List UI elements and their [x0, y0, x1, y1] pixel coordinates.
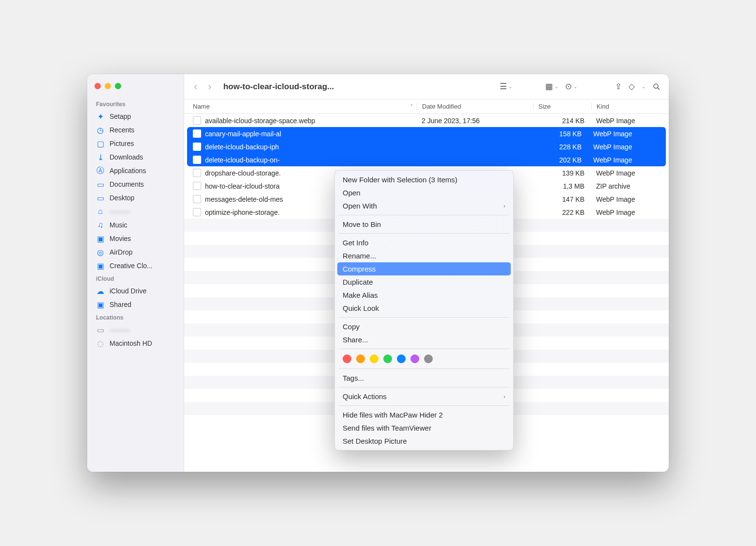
sidebar-item[interactable]: ▣Creative Clo... — [87, 259, 184, 273]
menu-item[interactable]: Make Alias — [335, 289, 513, 302]
file-size: 202 KB — [530, 156, 588, 164]
menu-item[interactable]: Quick Actions› — [335, 390, 513, 403]
tags-icon[interactable]: ◇ — [629, 81, 635, 92]
sidebar-item[interactable]: ▣Movies — [87, 232, 184, 245]
file-kind: WebP Image — [588, 143, 666, 151]
sidebar-item-label: ——— — [110, 208, 130, 215]
menu-item[interactable]: Open With› — [335, 199, 513, 212]
sidebar-item-label: Music — [110, 221, 127, 229]
column-size[interactable]: Size — [533, 103, 591, 110]
svg-line-1 — [658, 87, 660, 89]
menu-item[interactable]: Hide files with MacPaw Hider 2 — [335, 408, 513, 421]
tag-color[interactable] — [397, 354, 406, 363]
sidebar-item[interactable]: ☁iCloud Drive — [87, 284, 184, 298]
sidebar-item[interactable]: ▣Shared — [87, 298, 184, 311]
toolbar: ‹ › how-to-clear-icloud-storag... ☰ ⌄ ▦ … — [184, 74, 669, 99]
back-button[interactable]: ‹ — [192, 80, 199, 93]
column-kind[interactable]: Kind — [591, 103, 669, 110]
file-icon — [193, 156, 201, 164]
tag-color-row — [335, 352, 513, 366]
tag-color[interactable] — [370, 354, 378, 363]
file-kind: WebP Image — [591, 117, 669, 125]
sidebar-item[interactable]: ◌Macintosh HD — [87, 337, 184, 350]
folder-icon: ▣ — [96, 261, 105, 270]
file-size: 147 KB — [533, 195, 591, 203]
sidebar-item[interactable]: ▢Pictures — [87, 137, 184, 150]
sidebar-item[interactable]: ◷Recents — [87, 123, 184, 137]
column-name[interactable]: Name˄ — [193, 103, 417, 110]
sidebar-item[interactable]: ▭Documents — [87, 177, 184, 191]
group-icon[interactable]: ▦ ⌄ — [545, 81, 558, 92]
menu-item[interactable]: Copy — [335, 320, 513, 333]
file-date: 2 June 2023, 17:56 — [417, 117, 533, 125]
sidebar-section-label: Locations — [87, 311, 184, 323]
search-icon[interactable] — [652, 82, 661, 91]
file-row[interactable]: canary-mail-apple-mail-al158 KBWebP Imag… — [187, 127, 666, 140]
column-date[interactable]: Date Modified — [417, 103, 533, 110]
view-list-icon[interactable]: ☰ ⌄ — [500, 81, 512, 92]
window-controls — [87, 80, 184, 98]
tag-color[interactable] — [343, 354, 351, 363]
maximize-window-button[interactable] — [115, 83, 121, 89]
menu-item[interactable]: Tags... — [335, 371, 513, 385]
file-icon — [193, 182, 201, 190]
menu-item[interactable]: Quick Look — [335, 302, 513, 315]
file-name: dropshare-cloud-storage. — [205, 169, 281, 177]
menu-item[interactable]: Rename... — [335, 249, 513, 262]
sidebar-item-label: Creative Clo... — [110, 262, 153, 270]
sidebar-item[interactable]: ▭——— — [87, 323, 184, 337]
tag-color[interactable] — [424, 354, 433, 363]
file-size: 158 KB — [530, 130, 588, 138]
menu-item-label: Compress — [343, 265, 376, 273]
tag-color[interactable] — [383, 354, 392, 363]
menu-item[interactable]: Duplicate — [335, 275, 513, 289]
sidebar-item-label: Desktop — [110, 194, 134, 202]
file-row[interactable]: available-icloud-storage-space.webp2 Jun… — [184, 114, 669, 127]
close-window-button[interactable] — [94, 83, 101, 89]
menu-item-label: Move to Bin — [343, 220, 381, 228]
file-row[interactable]: delete-icloud-backup-iph228 KBWebP Image — [187, 140, 666, 153]
file-row[interactable]: delete-icloud-backup-on-202 KBWebP Image — [187, 153, 666, 166]
menu-item[interactable]: Move to Bin — [335, 218, 513, 231]
dropdown-icon[interactable]: ⌄ — [642, 84, 646, 89]
menu-item[interactable]: Share... — [335, 333, 513, 346]
laptop-icon: ▭ — [96, 325, 105, 334]
sidebar-item-label: Recents — [110, 126, 134, 134]
chevron-right-icon: › — [504, 203, 505, 209]
sidebar-item[interactable]: ⒶApplications — [87, 164, 184, 177]
sort-asc-icon: ˄ — [410, 104, 413, 109]
file-icon — [193, 129, 201, 138]
forward-button[interactable]: › — [206, 80, 213, 93]
menu-item[interactable]: Set Desktop Picture — [335, 434, 513, 448]
action-menu-icon[interactable]: ⊙ ⌄ — [565, 81, 577, 92]
menu-item[interactable]: Open — [335, 186, 513, 199]
menu-item-label: Rename... — [343, 252, 376, 260]
menu-item[interactable]: Send files with TeamViewer — [335, 421, 513, 434]
sidebar-item-label: Macintosh HD — [110, 339, 152, 347]
file-kind: WebP Image — [591, 209, 669, 216]
menu-item[interactable]: Compress — [337, 262, 511, 275]
sidebar-item[interactable]: ⌂——— — [87, 205, 184, 218]
menu-item-label: Quick Look — [343, 304, 379, 312]
menu-item[interactable]: New Folder with Selection (3 Items) — [335, 173, 513, 186]
menu-item-label: Make Alias — [343, 291, 378, 299]
sidebar-item[interactable]: ✦Setapp — [87, 110, 184, 123]
menu-item[interactable]: Get Info — [335, 236, 513, 249]
sidebar-item[interactable]: ◎AirDrop — [87, 245, 184, 259]
tag-color[interactable] — [356, 354, 365, 363]
menu-item-label: Get Info — [343, 239, 368, 247]
file-size: 222 KB — [533, 209, 591, 216]
sidebar-item[interactable]: ♫Music — [87, 218, 184, 232]
sidebar-item[interactable]: ▭Desktop — [87, 191, 184, 205]
file-kind: WebP Image — [591, 195, 669, 203]
share-icon[interactable]: ⇪ — [615, 81, 622, 92]
file-icon — [193, 208, 201, 216]
menu-separator — [339, 405, 509, 406]
sidebar-section-label: iCloud — [87, 273, 184, 284]
sidebar-item[interactable]: ⤓Downloads — [87, 150, 184, 164]
menu-item-label: Share... — [343, 336, 368, 344]
menu-separator — [339, 317, 509, 318]
minimize-window-button[interactable] — [105, 83, 111, 89]
file-icon — [193, 169, 201, 177]
tag-color[interactable] — [410, 354, 419, 363]
